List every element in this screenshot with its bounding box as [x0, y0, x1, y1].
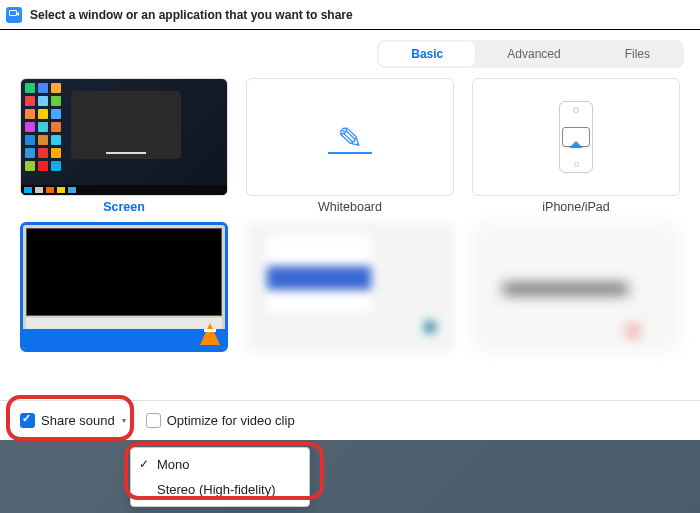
vlc-cone-icon [200, 323, 220, 345]
share-item-window-2[interactable] [246, 222, 454, 352]
iphone-caption: iPhone/iPad [542, 200, 609, 214]
menu-item-stereo[interactable]: Stereo (High-fidelity) [131, 477, 309, 502]
footer-bar: Share sound ▾ Optimize for video clip [0, 400, 700, 440]
phone-frame-icon [559, 101, 593, 173]
share-grid-row2 [0, 222, 700, 352]
tab-advanced[interactable]: Advanced [475, 42, 592, 66]
menu-item-mono[interactable]: Mono [131, 452, 309, 477]
share-sound-dropdown[interactable]: Share sound ▾ [14, 410, 132, 431]
optimize-checkbox-group[interactable]: Optimize for video clip [146, 413, 295, 428]
share-grid-row1: Screen ✎ Whiteboard iPhone/iPad [0, 74, 700, 224]
share-screen-panel: Select a window or an application that y… [0, 0, 700, 440]
share-sound-menu: Mono Stereo (High-fidelity) [130, 447, 310, 507]
tab-bar: Basic Advanced Files [0, 30, 700, 74]
share-item-iphone[interactable]: iPhone/iPad [472, 78, 680, 214]
screen-caption: Screen [103, 200, 145, 214]
share-sound-label: Share sound [41, 413, 115, 428]
titlebar: Select a window or an application that y… [0, 0, 700, 30]
optimize-checkbox[interactable] [146, 413, 161, 428]
share-item-screen[interactable]: Screen [20, 78, 228, 214]
share-sound-checkbox[interactable] [20, 413, 35, 428]
chevron-down-icon[interactable]: ▾ [122, 416, 126, 425]
titlebar-text: Select a window or an application that y… [30, 8, 353, 22]
tab-group: Basic Advanced Files [377, 40, 684, 68]
airplay-icon [562, 127, 590, 147]
tab-basic[interactable]: Basic [379, 42, 475, 66]
whiteboard-thumbnail[interactable]: ✎ [246, 78, 454, 196]
iphone-thumbnail[interactable] [472, 78, 680, 196]
share-item-window-3[interactable] [472, 222, 680, 352]
screen-thumbnail[interactable] [20, 78, 228, 196]
share-item-whiteboard[interactable]: ✎ Whiteboard [246, 78, 454, 214]
whiteboard-caption: Whiteboard [318, 200, 382, 214]
optimize-label: Optimize for video clip [167, 413, 295, 428]
zoom-logo-icon [6, 7, 22, 23]
share-item-vlc[interactable] [20, 222, 228, 352]
pencil-icon: ✎ [337, 120, 363, 156]
tab-files[interactable]: Files [593, 42, 682, 66]
